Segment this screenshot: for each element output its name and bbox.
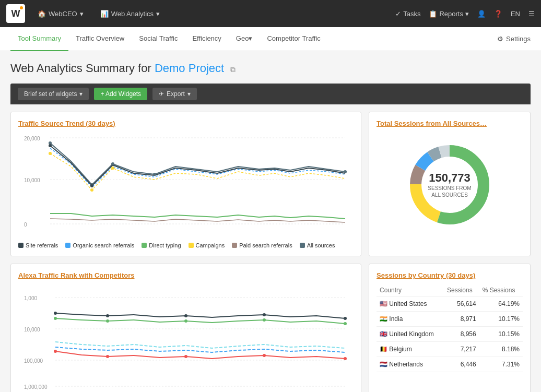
total-sessions-title[interactable]: Total Sessions from All Sources… [377, 120, 523, 127]
donut-chart: 150,773 SESSIONS FROM ALL SOURCES [377, 133, 523, 237]
page-title: Web Analytics Summary for Demo Project ⧉ [10, 62, 531, 75]
sessions-country-card: Sessions by Country (30 days) Country Se… [369, 264, 531, 392]
svg-point-39 [344, 322, 347, 325]
legend-campaigns: Campaigns [189, 242, 225, 248]
export-btn[interactable]: ✈ Export ▾ [152, 88, 197, 100]
table-row: 🇧🇪 Belgium 7,217 8.18% [377, 342, 523, 357]
svg-text:1,000: 1,000 [24, 295, 37, 301]
svg-text:1,000,000: 1,000,000 [24, 384, 48, 390]
svg-point-35 [54, 317, 57, 320]
help-icon[interactable]: ❓ [494, 10, 502, 18]
reports-btn[interactable]: 📋 Reports ▾ [429, 10, 469, 18]
webceo-menu[interactable]: 🏠 WebCEO ▾ [33, 8, 88, 20]
sub-nav: Tool Summary Traffic Overview Social Tra… [0, 27, 541, 51]
total-sessions-card: Total Sessions from All Sources… [369, 112, 531, 256]
svg-point-11 [49, 152, 52, 155]
svg-text:10,000: 10,000 [24, 327, 40, 332]
svg-text:20,000: 20,000 [24, 136, 40, 141]
bottom-row: Alexa Traffic Rank with Competitors 1,00… [10, 264, 531, 392]
table-row: 🇮🇳 India 8,971 10.17% [377, 312, 523, 327]
sessions-count: 150,773 [428, 171, 471, 185]
nav-right: ✓ Tasks 📋 Reports ▾ 👤 ❓ EN ☰ [395, 10, 535, 18]
svg-point-43 [263, 354, 266, 357]
page-content: Web Analytics Summary for Demo Project ⧉… [0, 51, 541, 392]
table-row: 🇺🇸 United States 56,614 64.19% [377, 296, 523, 312]
col-pct: % Sessions [479, 284, 523, 296]
svg-point-34 [344, 317, 347, 320]
traffic-trend-legend: Site referrals Organic search referrals … [18, 242, 354, 248]
language-btn[interactable]: EN [511, 10, 520, 18]
widget-set-btn[interactable]: Brief set of widgets ▾ [18, 88, 89, 100]
svg-point-13 [111, 167, 114, 170]
traffic-trend-title[interactable]: Traffic Source Trend (30 days) [18, 120, 354, 127]
traffic-trend-chart: 20,000 10,000 0 [18, 133, 354, 237]
toolbar: Brief set of widgets ▾ + Add Widgets ✈ E… [10, 84, 531, 104]
top-nav: W 🏠 WebCEO ▾ 📊 Web Analytics ▾ ✓ Tasks 📋… [0, 0, 541, 27]
svg-point-15 [90, 184, 93, 187]
tab-geo[interactable]: Geo ▾ [229, 27, 260, 51]
menu-icon[interactable]: ☰ [528, 10, 535, 18]
user-icon[interactable]: 👤 [477, 10, 486, 18]
svg-text:100,000: 100,000 [24, 358, 43, 364]
traffic-trend-card: Traffic Source Trend (30 days) 20,000 10… [10, 112, 361, 256]
tab-social-traffic[interactable]: Social Traffic [132, 27, 185, 51]
svg-point-12 [90, 188, 93, 192]
alexa-rank-chart: 1,000 10,000 100,000 1,000,000 [18, 284, 354, 392]
legend-organic: Organic search referrals [65, 242, 134, 248]
svg-point-33 [263, 313, 266, 316]
svg-point-44 [344, 357, 347, 360]
table-row: 🇬🇧 United Kingdom 8,956 10.15% [377, 327, 523, 342]
tab-efficiency[interactable]: Efficiency [185, 27, 228, 51]
logo-icon[interactable]: W [6, 4, 25, 23]
svg-point-38 [263, 318, 266, 322]
settings-btn[interactable]: ⚙ Settings [497, 35, 531, 43]
svg-point-37 [184, 319, 187, 323]
legend-site-referrals: Site referrals [18, 242, 58, 248]
legend-direct: Direct typing [142, 242, 181, 248]
svg-text:0: 0 [24, 222, 27, 228]
col-country: Country [377, 284, 444, 296]
tasks-btn[interactable]: ✓ Tasks [395, 10, 420, 18]
col-sessions: Sessions [444, 284, 479, 296]
svg-point-42 [184, 355, 187, 358]
top-row: Traffic Source Trend (30 days) 20,000 10… [10, 112, 531, 256]
external-link-icon: ⧉ [230, 65, 236, 74]
tab-tool-summary[interactable]: Tool Summary [10, 27, 68, 51]
svg-point-31 [106, 314, 109, 317]
alexa-rank-card: Alexa Traffic Rank with Competitors 1,00… [10, 264, 361, 392]
svg-point-30 [54, 312, 57, 315]
svg-point-36 [106, 319, 109, 323]
svg-point-41 [106, 355, 109, 358]
sessions-country-title[interactable]: Sessions by Country (30 days) [377, 271, 523, 279]
legend-paid: Paid search referrals [232, 242, 292, 248]
svg-point-14 [49, 144, 52, 147]
svg-point-10 [344, 170, 347, 173]
tab-competitor-traffic[interactable]: Competitor Traffic [260, 27, 327, 51]
tab-traffic-overview[interactable]: Traffic Overview [68, 27, 132, 51]
svg-point-8 [111, 162, 114, 165]
svg-point-40 [54, 350, 57, 353]
svg-point-9 [153, 173, 156, 176]
alexa-rank-title[interactable]: Alexa Traffic Rank with Competitors [18, 271, 354, 279]
sessions-table: Country Sessions % Sessions 🇺🇸 United St… [377, 284, 523, 372]
add-widgets-btn[interactable]: + Add Widgets [94, 88, 147, 100]
svg-text:10,000: 10,000 [24, 177, 40, 183]
svg-point-32 [184, 314, 187, 317]
sessions-label: SESSIONS FROM ALL SOURCES [428, 185, 471, 198]
web-analytics-menu[interactable]: 📊 Web Analytics ▾ [96, 8, 164, 20]
legend-all-sources: All sources [300, 242, 335, 248]
table-row: 🇳🇱 Netherlands 6,446 7.31% [377, 357, 523, 372]
project-link[interactable]: Demo Project [155, 62, 224, 75]
